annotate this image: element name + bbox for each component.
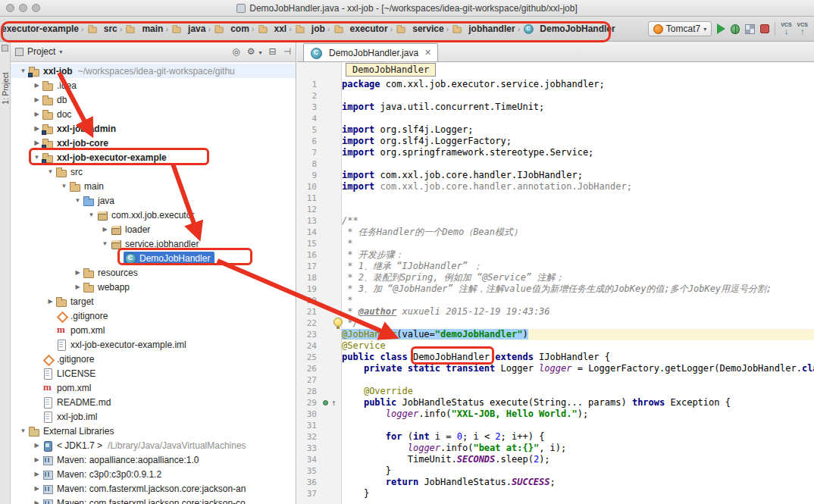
vcs-commit-button[interactable]: VCS ↑ bbox=[797, 22, 808, 36]
code-line-9[interactable]: 9import com.xxl.job.core.handler.IJobHan… bbox=[297, 170, 814, 181]
tree-item-xxl-job-executor-example-iml[interactable]: xxl-job-executor-example.iml bbox=[11, 337, 296, 352]
tree-item-xxl-job-admin[interactable]: ▶xxl-job-admin bbox=[11, 121, 296, 136]
code-line-13[interactable]: 13/** bbox=[297, 215, 814, 227]
nav-item-xxl[interactable]: xxl bbox=[257, 23, 287, 35]
nav-item-jobhandler[interactable]: jobhandler bbox=[451, 23, 515, 35]
chevron-down-icon[interactable]: ▾ bbox=[59, 49, 62, 55]
code-line-3[interactable]: 3import java.util.concurrent.TimeUnit; bbox=[297, 102, 814, 113]
chevron-right-icon[interactable]: ▶ bbox=[73, 283, 83, 290]
code-line-21[interactable]: 21 * @author xuxueli 2015-12-19 19:43:36 bbox=[297, 306, 814, 318]
nav-item-demojobhandler[interactable]: DemoJobHandler bbox=[522, 23, 615, 35]
chevron-right-icon[interactable]: ▶ bbox=[32, 111, 42, 117]
nav-item-executor[interactable]: executor bbox=[333, 23, 388, 35]
line-number[interactable]: 24 bbox=[297, 340, 317, 352]
code-line-24[interactable]: 24@Service bbox=[297, 340, 814, 352]
tree-item-doc[interactable]: ▶doc bbox=[11, 107, 296, 121]
line-number[interactable]: 5 bbox=[297, 124, 317, 136]
tree-item-webapp[interactable]: ▶webapp bbox=[11, 280, 296, 294]
tree-item-src[interactable]: ▼src bbox=[11, 164, 296, 179]
code-line-29[interactable]: 29↑ public JobHandleStatus execute(Strin… bbox=[297, 397, 814, 409]
nav-item-main[interactable]: main bbox=[124, 23, 163, 35]
settings-gear-icon[interactable]: ⚙▾ bbox=[247, 46, 262, 57]
line-number[interactable]: 20 bbox=[297, 295, 317, 306]
code-line-28[interactable]: 28 @Override bbox=[297, 386, 814, 397]
tree-item-maven-c3p0-c3p0-0-9-1-2[interactable]: ▶Maven: c3p0:c3p0:0.9.1.2 bbox=[11, 467, 296, 481]
code-line-33[interactable]: 33 logger.info("beat at:{}", i); bbox=[297, 443, 814, 454]
nav-item-java[interactable]: java bbox=[171, 23, 205, 35]
code-line-17[interactable]: 17 * 1、继承 “IJobHandler” ； bbox=[297, 261, 814, 272]
line-number[interactable]: 16 bbox=[297, 249, 317, 261]
line-number[interactable]: 31 bbox=[297, 420, 317, 431]
chevron-right-icon[interactable]: ▶ bbox=[32, 82, 42, 89]
nav-item-executor-example[interactable]: executor-example bbox=[2, 23, 79, 34]
line-number[interactable]: 15 bbox=[297, 238, 317, 249]
code-line-32[interactable]: 32 for (int i = 0; i < 2; i++) { bbox=[297, 431, 814, 443]
line-number[interactable]: 2 bbox=[297, 90, 317, 102]
tree-item-jdk1-7[interactable]: ▶< JDK1.7 >/Library/Java/JavaVirtualMach… bbox=[11, 438, 296, 452]
tree-item-service-jobhandler[interactable]: ▼service.jobhandler bbox=[11, 236, 296, 251]
line-number[interactable]: 10 bbox=[297, 181, 317, 193]
tree-item-license[interactable]: LICENSE bbox=[11, 366, 296, 380]
close-window-button[interactable] bbox=[6, 4, 14, 12]
line-number[interactable]: 19 bbox=[297, 283, 317, 295]
line-number[interactable]: 11 bbox=[297, 193, 317, 204]
line-number[interactable]: 33 bbox=[297, 443, 317, 454]
line-number[interactable]: 36 bbox=[297, 477, 317, 488]
intention-bulb-icon[interactable] bbox=[333, 318, 343, 327]
line-number[interactable]: 13 bbox=[297, 215, 317, 227]
line-number[interactable]: 32 bbox=[297, 431, 317, 443]
line-number[interactable]: 14 bbox=[297, 227, 317, 238]
line-number[interactable]: 6 bbox=[297, 136, 317, 147]
line-number[interactable]: 28 bbox=[297, 386, 317, 397]
chevron-right-icon[interactable]: ▶ bbox=[32, 499, 42, 504]
code-line-37[interactable]: 37 } bbox=[297, 488, 814, 499]
code-line-22[interactable]: 22 */ bbox=[297, 318, 814, 329]
line-number[interactable]: 18 bbox=[297, 272, 317, 283]
line-number[interactable]: 7 bbox=[297, 147, 317, 158]
tree-item-maven-aopalliance-aopalliance-1-0[interactable]: ▶Maven: aopalliance:aopalliance:1.0 bbox=[11, 452, 296, 467]
tree-item-external-libraries[interactable]: ▼External Libraries bbox=[11, 424, 296, 438]
tree-item-xxl-job[interactable]: ▼xxl-job~/workspaces/idea-git-workspace/… bbox=[11, 64, 296, 78]
chevron-right-icon[interactable]: ▶ bbox=[32, 456, 42, 463]
hide-panel-icon[interactable]: ⊣ bbox=[283, 46, 291, 57]
chevron-right-icon[interactable]: ▶ bbox=[32, 125, 42, 132]
code-line-11[interactable]: 11 bbox=[297, 193, 814, 204]
chevron-right-icon[interactable]: ▶ bbox=[32, 139, 42, 146]
tree-item-maven-com-fasterxml-jackson-core-jackson-co[interactable]: ▶Maven: com.fasterxml.jackson.core:jacks… bbox=[11, 496, 296, 504]
line-number[interactable]: 4 bbox=[297, 113, 317, 124]
code-line-4[interactable]: 4 bbox=[297, 113, 814, 124]
tree-item-pom-xml[interactable]: pom.xml bbox=[11, 323, 296, 337]
line-number[interactable]: 17 bbox=[297, 261, 317, 272]
vcs-update-button[interactable]: VCS ↓ bbox=[781, 22, 791, 36]
code-line-10[interactable]: 10import com.xxl.job.core.handler.annota… bbox=[297, 181, 814, 193]
tree-item-xxl-job-executor-example[interactable]: ▼xxl-job-executor-example bbox=[11, 150, 296, 164]
code-line-30[interactable]: 30 logger.info("XXL-JOB, Hello World."); bbox=[297, 409, 814, 420]
code-line-31[interactable]: 31 bbox=[297, 420, 814, 431]
selected-tree-item[interactable]: DemoJobHandler bbox=[124, 252, 214, 265]
tree-item-resources[interactable]: ▶resources bbox=[11, 265, 296, 280]
line-number[interactable]: 12 bbox=[297, 204, 317, 215]
nav-item-service[interactable]: service bbox=[395, 23, 443, 35]
locate-icon[interactable]: ◎ bbox=[232, 46, 240, 57]
line-number[interactable]: 26 bbox=[297, 363, 317, 374]
line-number[interactable]: 22 bbox=[297, 318, 317, 329]
line-number[interactable]: 30 bbox=[297, 409, 317, 420]
code-line-36[interactable]: 36 return JobHandleStatus.SUCCESS; bbox=[297, 477, 814, 488]
tree-item-gitignore[interactable]: .gitignore bbox=[11, 308, 296, 323]
tree-item-readme-md[interactable]: README.md bbox=[11, 395, 296, 409]
chevron-down-icon[interactable]: ▼ bbox=[45, 168, 55, 175]
tree-item-java[interactable]: ▼java bbox=[11, 193, 296, 208]
chevron-down-icon[interactable]: ▼ bbox=[73, 197, 83, 204]
nav-item-com[interactable]: com bbox=[213, 23, 249, 35]
code-line-16[interactable]: 16 * 开发步骤： bbox=[297, 249, 814, 261]
chevron-down-icon[interactable]: ▼ bbox=[100, 240, 110, 247]
debug-button[interactable] bbox=[731, 24, 740, 34]
code-line-2[interactable]: 2 bbox=[297, 90, 814, 102]
tab-demojobhandler[interactable]: DemoJobHandler.java ✕ bbox=[303, 43, 438, 61]
chevron-right-icon[interactable]: ▶ bbox=[100, 226, 110, 233]
code-line-6[interactable]: 6import org.slf4j.LoggerFactory; bbox=[297, 136, 814, 147]
minimize-window-button[interactable] bbox=[19, 4, 27, 12]
project-tool-button[interactable]: 1: Project bbox=[2, 62, 10, 115]
override-marker-icon[interactable]: ↑ bbox=[331, 397, 337, 409]
chevron-right-icon[interactable]: ▶ bbox=[32, 96, 42, 103]
